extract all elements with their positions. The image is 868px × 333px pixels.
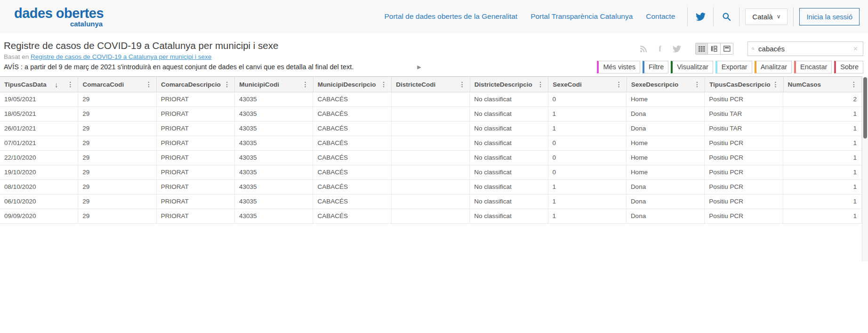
- column-header-sexedescripcio[interactable]: SexeDescripcio⋮: [627, 77, 705, 92]
- nav-link[interactable]: Portal Transparència Catalunya: [530, 12, 633, 21]
- column-header-label: ComarcaDescripcio: [161, 81, 221, 88]
- action-button-filtre[interactable]: Filtre: [643, 61, 668, 73]
- page-view-icon[interactable]: [721, 43, 733, 55]
- cell-tipuscasdata: 07/01/2021: [0, 136, 78, 150]
- action-button-sobre[interactable]: Sobre: [834, 61, 863, 73]
- facebook-icon[interactable]: f: [659, 44, 661, 54]
- action-button-més-vistes[interactable]: Més vistes: [597, 61, 640, 73]
- cell-districtedescripcio: No classificat: [470, 107, 548, 121]
- cell-municipidescripcio: CABACÉS: [313, 209, 391, 223]
- cell-municipicodi: 43035: [235, 122, 313, 136]
- expand-arrow-icon[interactable]: ▶: [417, 64, 421, 70]
- cell-numcasos: 2: [783, 92, 862, 106]
- cell-sexedescripcio: Dona: [627, 122, 705, 136]
- cell-municipicodi: 43035: [235, 151, 313, 165]
- column-header-districtecodi[interactable]: DistricteCodi⋮: [392, 77, 470, 92]
- cell-municipidescripcio: CABACÉS: [313, 195, 391, 209]
- search-icon[interactable]: [719, 9, 733, 24]
- column-header-sexecodi[interactable]: SexeCodi⋮: [548, 77, 627, 92]
- nav-link[interactable]: Contacte: [646, 12, 675, 21]
- kebab-menu-icon[interactable]: ⋮: [457, 81, 468, 88]
- cell-districtedescripcio: No classificat: [470, 92, 548, 106]
- cell-municipicodi: 43035: [235, 165, 313, 179]
- dataset-search-input[interactable]: [758, 45, 852, 53]
- column-header-comarcadescripcio[interactable]: ComarcaDescripcio⋮: [157, 77, 235, 92]
- column-view-icon[interactable]: [708, 43, 721, 55]
- based-on-label: Basat en: [4, 53, 29, 60]
- action-button-encastar[interactable]: Encastar: [794, 61, 832, 73]
- column-header-label: TipusCasDescripcio: [709, 81, 770, 88]
- divider: [713, 7, 714, 26]
- based-on-link[interactable]: Registre de casos de COVID-19 a Cataluny…: [31, 53, 211, 60]
- kebab-menu-icon[interactable]: ⋮: [613, 81, 625, 88]
- grid-view-icon[interactable]: [695, 43, 708, 55]
- kebab-menu-icon[interactable]: ⋮: [378, 81, 389, 88]
- cell-municipicodi: 43035: [235, 136, 313, 150]
- cell-comarcadescripcio: PRIORAT: [157, 195, 235, 209]
- cell-sexedescripcio: Dona: [627, 180, 705, 194]
- cell-comarcacodi: 29: [78, 209, 156, 223]
- kebab-menu-icon[interactable]: ⋮: [535, 81, 546, 88]
- cell-sexecodi: 1: [548, 107, 627, 121]
- table-row[interactable]: 18/05/202129PRIORAT43035CABACÉSNo classi…: [0, 107, 862, 122]
- rss-icon[interactable]: [640, 45, 647, 53]
- kebab-menu-icon[interactable]: ⋮: [64, 81, 76, 88]
- kebab-menu-icon[interactable]: ⋮: [221, 81, 233, 88]
- cell-districtedescripcio: No classificat: [470, 195, 548, 209]
- twitter-share-icon[interactable]: [673, 45, 681, 53]
- column-header-comarcacodi[interactable]: ComarcaCodi⋮: [78, 77, 156, 92]
- column-header-districtedescripcio[interactable]: DistricteDescripcio⋮: [470, 77, 548, 92]
- cell-municipidescripcio: CABACÉS: [313, 180, 391, 194]
- column-header-numcasos[interactable]: NumCasos⋮: [784, 77, 862, 92]
- twitter-icon[interactable]: [693, 9, 707, 24]
- page: dades obertes catalunya Portal de dades …: [0, 0, 868, 333]
- column-header-municipicodi[interactable]: MunicipiCodi⋮: [235, 77, 313, 92]
- share-icons: f: [640, 44, 681, 54]
- cell-sexecodi: 0: [548, 92, 627, 106]
- scrollbar-thumb[interactable]: [863, 77, 867, 138]
- cell-districtedescripcio: No classificat: [470, 180, 548, 194]
- table-row[interactable]: 07/01/202129PRIORAT43035CABACÉSNo classi…: [0, 136, 862, 151]
- cell-municipidescripcio: CABACÉS: [313, 165, 391, 179]
- action-button-visualitzar[interactable]: Visualitzar: [671, 61, 713, 73]
- kebab-menu-icon[interactable]: ⋮: [143, 81, 154, 88]
- cell-sexecodi: 1: [548, 195, 627, 209]
- vertical-scrollbar[interactable]: [862, 76, 868, 261]
- table-row[interactable]: 19/05/202129PRIORAT43035CABACÉSNo classi…: [0, 92, 862, 107]
- cell-municipidescripcio: CABACÉS: [313, 92, 391, 106]
- nav-link[interactable]: Portal de dades obertes de la Generalita…: [384, 12, 517, 21]
- cell-districtedescripcio: No classificat: [470, 136, 548, 150]
- column-header-municipidescripcio[interactable]: MunicipiDescripcio⋮: [313, 77, 392, 92]
- cell-comarcadescripcio: PRIORAT: [157, 92, 235, 106]
- kebab-menu-icon[interactable]: ⋮: [770, 81, 781, 88]
- cell-sexedescripcio: Dona: [627, 209, 705, 223]
- notice-text: AVÍS : a partir del 9 de març de 2021 s'…: [4, 63, 354, 71]
- clear-search-icon[interactable]: ✕: [852, 45, 859, 52]
- action-button-exportar[interactable]: Exportar: [715, 61, 752, 73]
- table-row[interactable]: 19/10/202029PRIORAT43035CABACÉSNo classi…: [0, 165, 862, 180]
- main-nav-links: Portal de dades obertes de la Generalita…: [378, 12, 682, 21]
- cell-municipicodi: 43035: [235, 107, 313, 121]
- column-header-tipuscasdata[interactable]: TipusCasData↓⋮: [0, 77, 78, 92]
- cell-municipidescripcio: CABACÉS: [313, 151, 391, 165]
- cell-municipidescripcio: CABACÉS: [313, 107, 391, 121]
- language-selector[interactable]: Català ∨: [745, 8, 788, 25]
- kebab-menu-icon[interactable]: ⋮: [691, 81, 703, 88]
- table-row[interactable]: 26/01/202129PRIORAT43035CABACÉSNo classi…: [0, 122, 862, 136]
- top-header: dades obertes catalunya Portal de dades …: [0, 0, 868, 33]
- table-row[interactable]: 09/09/202029PRIORAT43035CABACÉSNo classi…: [0, 209, 862, 224]
- table-row[interactable]: 22/10/202029PRIORAT43035CABACÉSNo classi…: [0, 151, 862, 165]
- action-button-analitzar[interactable]: Analitzar: [755, 61, 792, 73]
- site-logo[interactable]: dades obertes catalunya: [14, 6, 104, 27]
- cell-sexedescripcio: Home: [627, 136, 705, 150]
- login-button[interactable]: Inicia la sessió: [799, 8, 860, 25]
- table-row[interactable]: 08/10/202029PRIORAT43035CABACÉSNo classi…: [0, 180, 862, 195]
- cell-districtedescripcio: No classificat: [470, 122, 548, 136]
- kebab-menu-icon[interactable]: ⋮: [300, 81, 311, 88]
- cell-sexedescripcio: Dona: [627, 107, 705, 121]
- table-row[interactable]: 06/10/202029PRIORAT43035CABACÉSNo classi…: [0, 195, 862, 209]
- cell-tipuscasdata: 19/05/2021: [0, 92, 78, 106]
- column-header-label: SexeDescripcio: [631, 81, 679, 88]
- column-header-tipuscasdescripcio[interactable]: TipusCasDescripcio⋮: [705, 77, 783, 92]
- kebab-menu-icon[interactable]: ⋮: [848, 81, 860, 88]
